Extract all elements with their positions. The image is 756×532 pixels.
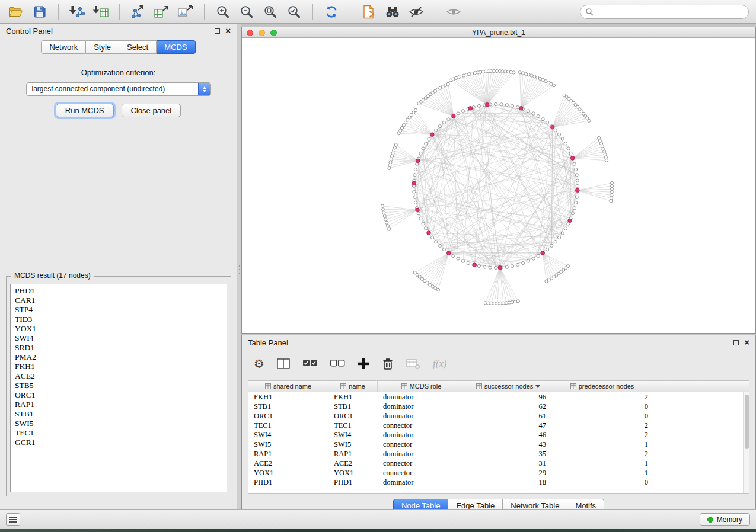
binoculars-icon[interactable] (384, 3, 401, 21)
toolbar-separator (350, 4, 350, 20)
table-cell: 1 (551, 440, 653, 449)
table-row[interactable]: SWI5SWI5connector431 (248, 440, 743, 449)
table-row[interactable]: SWI4SWI4dominator462 (248, 430, 743, 440)
table-cell: PHD1 (248, 477, 328, 487)
run-mcds-button[interactable]: Run MCDS (56, 104, 114, 117)
mcds-node-orc1[interactable]: ORC1 (11, 390, 227, 400)
mcds-node-stb1[interactable]: STB1 (11, 409, 227, 419)
share-document-icon[interactable] (360, 3, 378, 21)
table-cell: dominator (378, 392, 465, 402)
column-header-successor-nodes[interactable]: successor nodes (465, 381, 551, 392)
memory-button[interactable]: Memory (700, 513, 750, 526)
table-cell: 1 (551, 459, 653, 468)
mcds-node-car1[interactable]: CAR1 (11, 296, 227, 305)
memory-label: Memory (717, 515, 742, 524)
sort-caret-icon (535, 385, 540, 388)
close-traffic-light[interactable] (247, 30, 253, 36)
mcds-node-gcr1[interactable]: GCR1 (11, 438, 227, 447)
table-row[interactable]: FKH1FKH1dominator962 (248, 392, 743, 402)
mcds-node-pma2[interactable]: PMA2 (11, 352, 227, 362)
save-session-icon[interactable] (31, 3, 49, 21)
column-header-shared-name[interactable]: shared name (248, 381, 328, 392)
zoom-fit-icon[interactable] (261, 3, 279, 21)
mcds-node-srd1[interactable]: SRD1 (11, 343, 227, 352)
mcds-node-stb5[interactable]: STB5 (11, 381, 227, 390)
float-window-button[interactable] (733, 340, 739, 345)
zoom-selected-icon[interactable] (285, 3, 303, 21)
table-row[interactable]: ACE2ACE2connector311 (248, 459, 743, 468)
minimize-traffic-light[interactable] (259, 30, 265, 36)
zoom-in-icon[interactable] (214, 3, 232, 21)
mcds-result-list[interactable]: PHD1CAR1STP4TID3YOX1SWI4SRD1PMA2FKH1ACE2… (10, 284, 227, 492)
mcds-node-stp4[interactable]: STP4 (11, 305, 227, 315)
select-all-icon[interactable] (302, 358, 318, 370)
float-window-button[interactable] (215, 28, 220, 34)
optimization-criterion-label: Optimization criterion: (0, 68, 237, 77)
mcds-node-swi4[interactable]: SWI4 (11, 334, 227, 343)
tab-style[interactable]: Style (86, 40, 119, 54)
refresh-icon[interactable] (323, 3, 340, 21)
delete-row-trash-icon[interactable] (382, 357, 394, 370)
mcds-node-tid3[interactable]: TID3 (11, 315, 227, 324)
open-session-icon[interactable] (7, 3, 25, 21)
column-header-predecessor-nodes[interactable]: predecessor nodes (551, 381, 653, 392)
mcds-node-ace2[interactable]: ACE2 (11, 371, 227, 381)
table-row[interactable]: STB1STB1dominator620 (248, 402, 743, 411)
table-cell: 2 (551, 449, 653, 459)
zoom-out-icon[interactable] (238, 3, 256, 21)
close-panel-button[interactable]: Close panel (122, 104, 181, 117)
import-table-icon[interactable] (92, 3, 110, 21)
network-window-titlebar[interactable]: YPA_prune.txt_1 (242, 27, 755, 38)
mcds-node-swi5[interactable]: SWI5 (11, 419, 227, 428)
mcds-node-phd1[interactable]: PHD1 (11, 286, 227, 296)
search-input[interactable] (596, 6, 748, 18)
network-window: YPA_prune.txt_1 (241, 27, 756, 334)
table-row[interactable]: ORC1ORC1dominator610 (248, 411, 743, 421)
export-table-icon[interactable] (153, 3, 171, 21)
export-network-icon[interactable] (129, 3, 147, 21)
column-grid-icon (265, 383, 271, 389)
search-box[interactable] (580, 5, 749, 19)
add-row-icon[interactable] (357, 357, 370, 370)
close-window-button[interactable]: × (744, 339, 749, 346)
mcds-node-yox1[interactable]: YOX1 (11, 324, 227, 334)
table-cell: 2 (551, 392, 653, 402)
column-header-name[interactable]: name (328, 381, 378, 392)
mcds-node-tec1[interactable]: TEC1 (11, 428, 227, 438)
settings-gear-icon[interactable]: ⚙ (254, 358, 264, 370)
criterion-dropdown[interactable]: largest connected component (undirected) (26, 82, 211, 96)
scrollbar-thumb[interactable] (745, 395, 749, 449)
delete-table-icon[interactable] (406, 357, 421, 370)
table-row[interactable]: PHD1PHD1dominator180 (248, 477, 743, 487)
tab-select[interactable]: Select (119, 40, 157, 54)
hide-selected-eye-icon[interactable] (407, 3, 425, 21)
table-scrollbar[interactable] (743, 392, 749, 493)
table-row[interactable]: RAP1RAP1dominator352 (248, 449, 743, 459)
table-cell: 31 (465, 459, 551, 468)
tab-mcds[interactable]: MCDS (157, 40, 195, 54)
status-bar: Memory (0, 509, 756, 529)
import-network-icon[interactable] (68, 3, 86, 21)
export-image-icon[interactable] (177, 3, 194, 21)
column-grid-icon (340, 383, 346, 389)
function-builder-icon[interactable]: f(x) (433, 358, 447, 370)
show-columns-icon[interactable] (276, 357, 291, 370)
tab-network[interactable]: Network (41, 40, 86, 54)
panel-menu-button[interactable] (6, 513, 20, 526)
network-canvas[interactable] (242, 38, 755, 333)
deselect-all-icon[interactable] (330, 358, 345, 370)
table-panel-titlebar[interactable]: Table Panel × (242, 335, 755, 350)
table-row[interactable]: YOX1YOX1connector291 (248, 468, 743, 477)
split-divider[interactable] (237, 24, 241, 509)
table-cell: 46 (465, 430, 551, 440)
close-window-button[interactable]: × (225, 27, 231, 34)
show-all-eye-icon[interactable] (445, 3, 462, 21)
table-row[interactable]: TEC1TEC1connector472 (248, 421, 743, 430)
column-header-MCDS-role[interactable]: MCDS role (378, 381, 465, 392)
mcds-node-fkh1[interactable]: FKH1 (11, 362, 227, 371)
column-grid-icon (570, 383, 576, 389)
mcds-node-rap1[interactable]: RAP1 (11, 400, 227, 409)
maximize-traffic-light[interactable] (270, 30, 277, 36)
table-cell: RAP1 (248, 449, 328, 459)
control-panel-titlebar[interactable]: Control Panel × (0, 24, 237, 38)
